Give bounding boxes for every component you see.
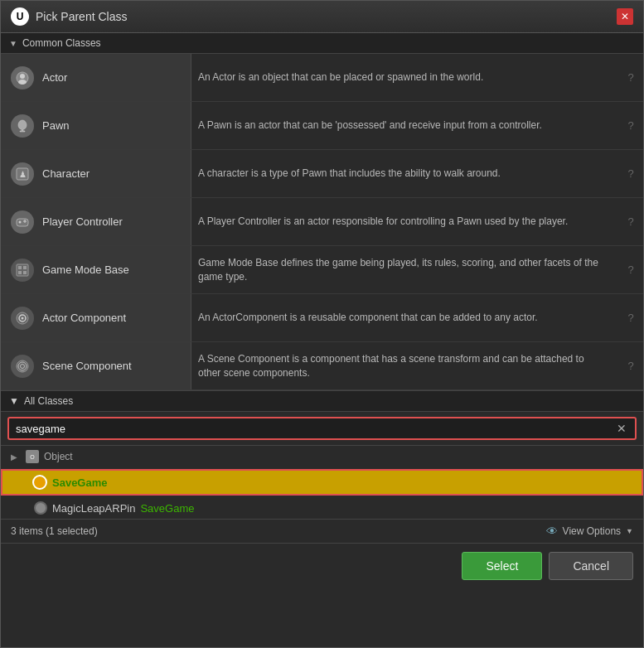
actor-label: Actor: [42, 71, 67, 84]
view-options-label: View Options: [563, 525, 621, 537]
scene-component-row: Scene Component A Scene Component is a c…: [1, 342, 643, 390]
search-clear-button[interactable]: ✕: [615, 422, 628, 435]
game-mode-base-button[interactable]: Game Mode Base: [1, 246, 191, 293]
actor-desc: An Actor is an object that can be placed…: [191, 54, 618, 101]
pawn-label: Pawn: [42, 119, 70, 132]
actor-component-label: Actor Component: [42, 312, 126, 324]
bottom-buttons: Select Cancel: [1, 543, 643, 588]
common-classes-list: Actor An Actor is an object that can be …: [1, 54, 643, 390]
svg-rect-12: [18, 271, 22, 274]
svg-rect-8: [25, 220, 26, 223]
svg-rect-11: [23, 266, 27, 269]
svg-point-6: [19, 220, 22, 223]
player-controller-help-icon[interactable]: ?: [618, 198, 643, 245]
common-classes-header: ▼ Common Classes: [1, 33, 643, 54]
svg-rect-13: [23, 271, 27, 274]
common-classes-arrow: ▼: [9, 39, 17, 48]
view-options-arrow: ▼: [626, 527, 633, 535]
actor-help-icon[interactable]: ?: [618, 54, 643, 101]
player-controller-icon: [11, 210, 34, 234]
pawn-desc: A Pawn is an actor that can be 'possesse…: [191, 102, 618, 149]
cancel-button[interactable]: Cancel: [549, 552, 633, 580]
actor-component-help-icon[interactable]: ?: [618, 294, 643, 341]
game-mode-base-label: Game Mode Base: [42, 264, 129, 276]
object-expand-arrow: ▶: [11, 452, 21, 462]
object-class-icon: O: [26, 450, 39, 463]
game-mode-base-desc: Game Mode Base defines the game being pl…: [191, 246, 618, 293]
all-classes-header: ▼ All Classes: [1, 390, 643, 412]
player-controller-row: Player Controller A Player Controller is…: [1, 198, 643, 246]
magicleap-highlight: SaveGame: [140, 502, 194, 515]
search-input-wrapper: ✕: [7, 417, 637, 440]
ue-logo: U: [11, 7, 29, 26]
svg-point-16: [22, 317, 24, 319]
svg-point-1: [20, 74, 25, 79]
select-button[interactable]: Select: [462, 552, 542, 580]
pawn-button[interactable]: Pawn: [1, 102, 191, 149]
scene-component-label: Scene Component: [42, 360, 132, 372]
pawn-icon: [11, 114, 34, 138]
actor-row: Actor An Actor is an object that can be …: [1, 54, 643, 102]
object-label: Object: [44, 451, 73, 462]
svg-rect-5: [17, 219, 28, 226]
actor-icon: [11, 66, 34, 89]
character-row: ♟ Character A character is a type of Paw…: [1, 150, 643, 198]
view-options-button[interactable]: 👁 View Options ▼: [546, 525, 633, 538]
title-bar-left: U Pick Parent Class: [11, 7, 127, 26]
player-controller-desc: A Player Controller is an actor responsi…: [191, 198, 618, 245]
savegame-highlight-wrapper: SaveGame: [1, 469, 643, 496]
object-tree-item[interactable]: ▶ O Object: [1, 446, 643, 467]
all-classes-label: All Classes: [24, 395, 73, 407]
game-mode-base-icon: [11, 259, 34, 282]
character-desc: A character is a type of Pawn that inclu…: [191, 150, 618, 197]
character-icon: ♟: [11, 162, 34, 186]
character-button[interactable]: ♟ Character: [1, 150, 191, 197]
actor-button[interactable]: Actor: [1, 54, 191, 101]
scene-component-desc: A Scene Component is a component that ha…: [191, 342, 618, 389]
status-bar: 3 items (1 selected) 👁 View Options ▼: [1, 519, 643, 543]
svg-rect-10: [18, 266, 22, 269]
close-button[interactable]: ✕: [617, 8, 633, 25]
character-label: Character: [42, 167, 90, 180]
items-count: 3 items (1 selected): [11, 525, 98, 537]
svg-text:O: O: [30, 454, 35, 460]
savegame-label: SaveGame: [52, 476, 108, 489]
common-classes-label: Common Classes: [22, 37, 101, 49]
actor-component-row: Actor Component An ActorComponent is a r…: [1, 294, 643, 342]
pawn-help-icon[interactable]: ?: [618, 102, 643, 149]
magicleap-tree-item[interactable]: MagicLeapARPinSaveGame: [1, 497, 643, 519]
all-classes-list: ▶ O Object SaveGame MagicLeapARPinSaveGa…: [1, 446, 643, 519]
eye-icon: 👁: [546, 525, 558, 538]
actor-component-icon: [11, 307, 34, 330]
scene-component-icon: [11, 355, 34, 378]
search-area: ✕: [1, 412, 643, 446]
scene-component-button[interactable]: Scene Component: [1, 342, 191, 389]
savegame-icon: [32, 475, 47, 490]
character-help-icon[interactable]: ?: [618, 150, 643, 197]
title-bar: U Pick Parent Class ✕: [1, 1, 643, 33]
magicleap-icon: [34, 501, 47, 515]
savegame-tree-item[interactable]: SaveGame: [2, 471, 642, 494]
all-classes-arrow: ▼: [9, 395, 19, 407]
pawn-row: Pawn A Pawn is an actor that can be 'pos…: [1, 102, 643, 150]
dialog-title: Pick Parent Class: [36, 10, 127, 23]
game-mode-base-help-icon[interactable]: ?: [618, 246, 643, 293]
search-input[interactable]: [16, 423, 615, 435]
actor-component-desc: An ActorComponent is a reusable componen…: [191, 294, 618, 341]
pick-parent-class-dialog: U Pick Parent Class ✕ ▼ Common Classes A…: [0, 0, 644, 648]
magicleap-text-before: MagicLeapARPin: [52, 502, 135, 515]
svg-point-2: [18, 80, 27, 85]
player-controller-button[interactable]: Player Controller: [1, 198, 191, 245]
actor-component-button[interactable]: Actor Component: [1, 294, 191, 341]
player-controller-label: Player Controller: [42, 215, 123, 228]
scene-component-help-icon[interactable]: ?: [618, 342, 643, 389]
svg-text:♟: ♟: [19, 170, 27, 179]
game-mode-base-row: Game Mode Base Game Mode Base defines th…: [1, 246, 643, 294]
